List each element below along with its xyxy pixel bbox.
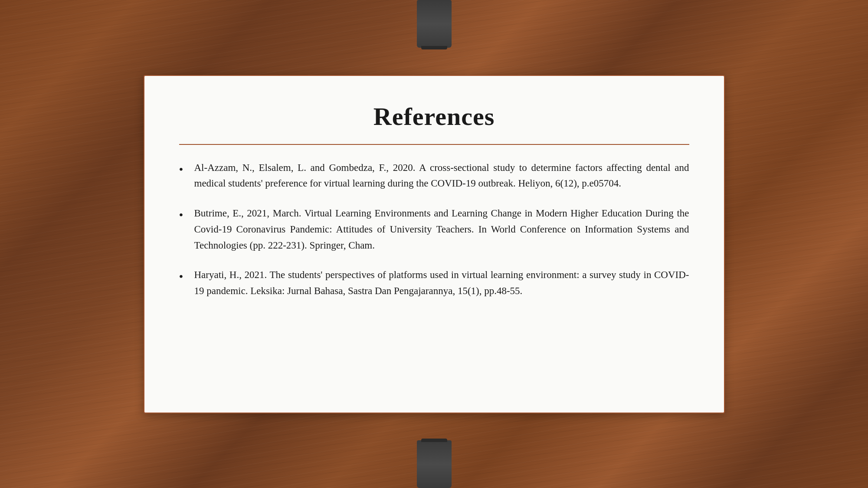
slide-title: References <box>179 102 689 131</box>
slide-container: References Al-Azzam, N., Elsalem, L. and… <box>144 75 725 413</box>
list-item: Butrime, E., 2021, March. Virtual Learni… <box>179 206 689 253</box>
reference-2-text: Butrime, E., 2021, March. Virtual Learni… <box>194 208 689 251</box>
list-item: Haryati, H., 2021. The students' perspec… <box>179 267 689 299</box>
title-divider <box>179 144 689 145</box>
reference-3-text: Haryati, H., 2021. The students' perspec… <box>194 269 689 296</box>
top-clip <box>417 0 452 48</box>
bottom-clip <box>417 440 452 488</box>
references-list: Al-Azzam, N., Elsalem, L. and Gombedza, … <box>179 160 689 300</box>
list-item: Al-Azzam, N., Elsalem, L. and Gombedza, … <box>179 160 689 192</box>
reference-1-text: Al-Azzam, N., Elsalem, L. and Gombedza, … <box>194 162 689 189</box>
